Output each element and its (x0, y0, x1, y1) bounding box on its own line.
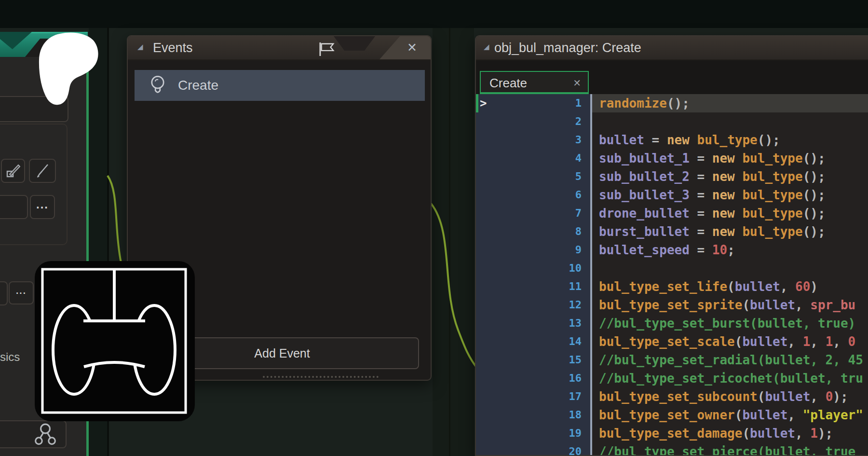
patreon-logo (36, 32, 103, 106)
code-line-6[interactable]: sub_bullet_3 = new bul_type(); (592, 186, 868, 204)
token-pun: (); (803, 206, 826, 221)
code-line-12[interactable]: bul_type_set_sprite(bullet, spr_bu (592, 296, 868, 314)
collision-mask-field[interactable] (0, 195, 28, 219)
token-pun: , (780, 279, 795, 294)
code-line-9[interactable]: bullet_speed = 10; (592, 241, 868, 259)
tab-create[interactable]: Create ✕ (480, 71, 589, 94)
code-line-20[interactable]: //bul_type_set_pierce(bullet, true (592, 442, 868, 455)
small-field[interactable] (0, 281, 8, 305)
code-line-18[interactable]: bul_type_set_owner(bullet, "player" (592, 406, 868, 424)
gutter-row-19[interactable]: 19 (476, 424, 592, 442)
token-pun: ( (735, 334, 743, 349)
token-num: 0 (848, 334, 856, 349)
line-number: 17 (569, 390, 582, 402)
line-number: 16 (569, 372, 582, 384)
edit-image-button[interactable] (1, 159, 25, 183)
gutter-row-7[interactable]: 7 (476, 204, 592, 222)
titlebar-cap (380, 36, 431, 59)
gutter[interactable]: >1234567891011121314151617181920 (476, 94, 592, 455)
gutter-row-14[interactable]: 14 (476, 332, 592, 351)
code-line-16[interactable]: //bul_type_set_ricochet(bullet, tru (592, 369, 868, 387)
code-line-19[interactable]: bul_type_set_damage(bullet, 1); (592, 424, 868, 442)
execution-arrow-icon: > (480, 94, 487, 112)
tab-close-icon[interactable]: ✕ (573, 77, 581, 89)
background-gap (433, 28, 474, 456)
code-line-3[interactable]: bullet = new bul_type(); (592, 131, 868, 149)
collapse-triangle-icon[interactable]: ◢ (484, 42, 489, 51)
code-line-10[interactable] (592, 259, 868, 277)
tab-label: Create (489, 76, 527, 91)
parent-hierarchy-icon (34, 423, 57, 446)
gutter-row-4[interactable]: 4 (476, 149, 592, 167)
token-var: bullet (735, 279, 780, 294)
token-pun: (); (803, 188, 826, 202)
close-window-button[interactable]: ✕ (407, 41, 417, 54)
line-number: 3 (575, 134, 582, 146)
gutter-row-12[interactable]: 12 (476, 296, 592, 314)
collision-mask-browse-button[interactable]: ... (30, 195, 55, 219)
gutter-row-18[interactable]: 18 (476, 406, 592, 424)
token-kw: new (712, 169, 743, 184)
resize-grip[interactable] (263, 373, 379, 378)
more-button[interactable]: ... (9, 281, 34, 304)
gutter-row-9[interactable]: 9 (476, 241, 592, 259)
token-pun: ( (742, 426, 750, 441)
token-num: 60 (795, 279, 810, 294)
code-lines[interactable]: randomize();bullet = new bul_type();sub_… (592, 94, 868, 455)
gutter-row-16[interactable]: 16 (476, 369, 592, 387)
gutter-row-1[interactable]: >1 (476, 94, 592, 112)
gutter-row-13[interactable]: 13 (476, 314, 592, 332)
line-number: 12 (569, 299, 582, 311)
token-fn: bul_type (742, 224, 802, 239)
code-line-17[interactable]: bul_type_set_subcount(bullet, 0); (592, 387, 868, 406)
gutter-row-15[interactable]: 15 (476, 351, 592, 369)
code-line-4[interactable]: sub_bullet_1 = new bul_type(); (592, 149, 868, 167)
events-titlebar[interactable]: ◢ Events ✕ (128, 36, 431, 60)
line-number: 1 (575, 97, 582, 109)
event-list-item-create[interactable]: Create (135, 70, 425, 101)
code-line-8[interactable]: burst_bullet = new bul_type(); (592, 222, 868, 241)
token-str: "player" (803, 408, 863, 422)
gutter-row-20[interactable]: 20 (476, 442, 592, 456)
lightbulb-icon (149, 74, 166, 97)
code-editor[interactable]: >1234567891011121314151617181920 randomi… (476, 94, 868, 455)
gutter-row-11[interactable]: 11 (476, 277, 592, 296)
gutter-row-5[interactable]: 5 (476, 167, 592, 186)
edit-sprite-button[interactable] (29, 159, 56, 183)
token-pun: = (690, 243, 712, 257)
code-line-11[interactable]: bul_type_set_life(bullet, 60) (592, 277, 868, 296)
token-pun: = (690, 206, 712, 221)
parent-button[interactable] (0, 420, 67, 448)
token-var: bullet (742, 408, 787, 422)
token-fn: bul_type (742, 169, 802, 184)
gutter-row-6[interactable]: 6 (476, 186, 592, 204)
gutter-row-8[interactable]: 8 (476, 222, 592, 241)
token-num: 10 (712, 243, 727, 257)
paintbrush-icon (34, 163, 51, 179)
code-titlebar[interactable]: ◢ obj_bul_manager: Create (476, 36, 868, 60)
code-line-13[interactable]: //bul_type_set_burst(bullet, true) (592, 314, 868, 332)
code-line-2[interactable] (592, 112, 868, 131)
code-line-14[interactable]: bul_type_set_scale(bullet, 1, 1, 0 (592, 332, 868, 351)
token-pun: ( (742, 298, 750, 312)
collapse-triangle-icon[interactable]: ◢ (137, 42, 143, 51)
token-pun: (); (667, 96, 690, 111)
current-line-marker (476, 94, 478, 112)
gutter-row-17[interactable]: 17 (476, 387, 592, 406)
token-com: //bul_type_set_burst(bullet, true) (599, 316, 855, 331)
token-pun: ( (727, 279, 735, 294)
token-fn: bul_type_set_life (599, 279, 727, 294)
token-pun: = (690, 151, 712, 166)
code-line-1[interactable]: randomize(); (592, 94, 868, 112)
code-line-5[interactable]: sub_bullet_2 = new bul_type(); (592, 167, 868, 186)
line-number: 2 (575, 115, 582, 127)
code-line-7[interactable]: drone_bullet = new bul_type(); (592, 204, 868, 222)
token-num: 0 (826, 389, 833, 404)
code-line-15[interactable]: //bul_type_set_radial(bullet, 2, 45 (592, 351, 868, 369)
gutter-row-3[interactable]: 3 (476, 131, 592, 149)
line-number: 10 (569, 262, 582, 274)
gutter-row-10[interactable]: 10 (476, 259, 592, 277)
line-number: 13 (569, 317, 582, 329)
gutter-row-2[interactable]: 2 (476, 112, 592, 131)
token-pun: (); (803, 169, 826, 184)
